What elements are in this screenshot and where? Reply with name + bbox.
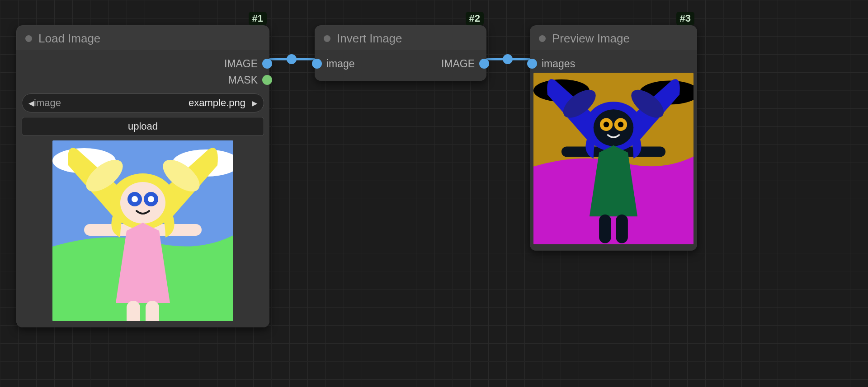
- collapse-dot-icon[interactable]: [539, 35, 546, 42]
- input-port-images[interactable]: [527, 59, 537, 69]
- output-label-image: IMAGE: [224, 58, 258, 70]
- svg-rect-29: [616, 214, 628, 243]
- node-title: Load Image: [38, 32, 100, 46]
- svg-rect-14: [127, 301, 140, 321]
- node-title: Invert Image: [337, 32, 402, 46]
- node-badge: #2: [466, 12, 484, 25]
- svg-point-26: [604, 122, 609, 127]
- node-preview-image[interactable]: #3 Preview Image images: [530, 25, 697, 251]
- collapse-dot-icon[interactable]: [25, 35, 32, 42]
- node-header[interactable]: Load Image: [16, 25, 269, 50]
- image-select-label: image: [34, 97, 61, 109]
- node-title: Preview Image: [552, 32, 630, 46]
- output-label-mask: MASK: [228, 74, 258, 86]
- node-load-image[interactable]: #1 Load Image IMAGE MASK: [16, 25, 269, 327]
- input-label-image: image: [326, 58, 355, 70]
- output-label-image: IMAGE: [441, 58, 475, 70]
- svg-point-27: [618, 122, 623, 127]
- svg-point-0: [287, 54, 297, 64]
- node-header[interactable]: Invert Image: [315, 25, 486, 50]
- input-port-image[interactable]: [312, 59, 322, 69]
- image-select-widget[interactable]: ◀ image example.png ▶: [22, 93, 264, 112]
- svg-rect-15: [146, 301, 159, 321]
- input-label-images: images: [542, 58, 575, 70]
- node-canvas[interactable]: #1 Load Image IMAGE MASK: [0, 0, 868, 387]
- node-badge: #1: [249, 12, 267, 25]
- node-badge: #3: [676, 12, 694, 25]
- image-select-value: example.png: [189, 97, 245, 109]
- chevron-left-icon[interactable]: ◀: [28, 99, 34, 107]
- output-port-image[interactable]: [479, 59, 489, 69]
- svg-point-23: [594, 109, 634, 146]
- node-invert-image[interactable]: #2 Invert Image image IMAGE: [315, 25, 486, 81]
- output-port-mask[interactable]: [262, 75, 272, 85]
- svg-point-13: [148, 196, 154, 202]
- svg-point-12: [132, 196, 138, 202]
- svg-rect-28: [599, 214, 611, 243]
- loaded-image-preview: [52, 140, 233, 321]
- upload-button-label: upload: [128, 121, 158, 132]
- node-header[interactable]: Preview Image: [530, 25, 697, 50]
- svg-point-1: [503, 54, 513, 64]
- collapse-dot-icon[interactable]: [324, 35, 330, 42]
- preview-output-image: [533, 73, 693, 244]
- upload-button[interactable]: upload: [22, 117, 264, 136]
- chevron-right-icon[interactable]: ▶: [252, 99, 257, 107]
- output-port-image[interactable]: [262, 59, 272, 69]
- svg-point-9: [120, 182, 165, 224]
